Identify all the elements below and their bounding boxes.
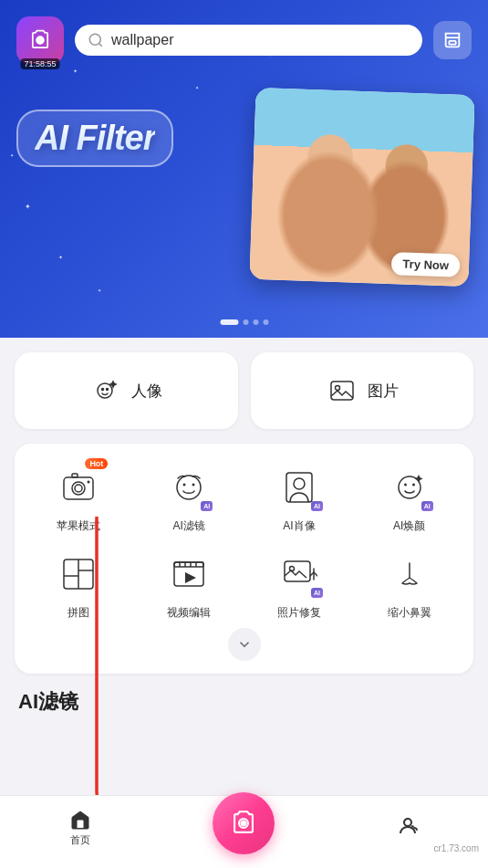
ai-filter-section-label: AI滤镜 [15,688,473,716]
svg-point-7 [107,389,109,391]
hero-photo-card[interactable]: Try Now [249,88,474,287]
try-now-button[interactable]: Try Now [391,252,460,277]
ai-filter-icon-wrap: AI [163,462,214,513]
svg-point-3 [89,34,100,45]
svg-rect-34 [285,561,310,581]
collage-icon [60,556,97,592]
collage-label: 拼图 [67,605,89,621]
svg-point-15 [177,476,201,499]
ai-face-enhance-icon-wrap: AI [384,462,435,513]
face-enhance-icon [391,469,428,506]
camera-logo-icon [27,27,53,53]
svg-point-14 [88,481,90,484]
search-bar[interactable]: wallpaper [75,25,422,56]
camera-apple-icon [60,469,97,506]
portrait-icon [281,469,317,506]
dot-4[interactable] [263,319,268,325]
svg-point-16 [183,484,186,486]
nav-home[interactable]: 首页 [53,809,108,847]
search-input-text: wallpaper [111,32,410,48]
svg-point-2 [38,38,42,42]
main-content: 人像 图片 [0,338,488,821]
hot-badge: Hot [85,458,108,469]
search-icon [88,32,104,48]
quick-card-portrait[interactable]: 人像 [15,352,238,429]
portrait-label: 人像 [131,381,162,402]
feature-collage[interactable]: 拼图 [24,549,134,621]
bottom-navigation: 首页 [0,795,488,868]
nose-icon-wrap [384,549,435,600]
svg-point-9 [335,386,339,391]
dot-3[interactable] [253,319,258,325]
photo-fix-label: 照片修复 [277,605,321,621]
nose-reshape-icon [391,556,428,592]
svg-marker-33 [185,572,196,583]
ai-portrait-icon-wrap: AI [274,462,325,513]
video-edit-label: 视频编辑 [167,605,211,621]
svg-point-5 [98,383,112,398]
ai-badge-portrait: AI [311,501,323,511]
svg-point-6 [102,389,104,391]
svg-point-11 [72,482,85,495]
ai-badge-filter: AI [201,501,213,511]
svg-point-17 [192,484,195,486]
feature-ai-face-enhance[interactable]: AI AI焕颜 [354,462,464,534]
quick-access-row: 人像 图片 [15,352,473,429]
dot-1[interactable] [220,319,238,325]
video-edit-icon-wrap [163,549,214,600]
expand-row [24,621,464,664]
image-icon [327,376,357,405]
svg-rect-4 [449,41,455,45]
face-sparkle-icon [91,376,120,405]
app-icon[interactable]: 71:58:55 [16,16,64,64]
ai-badge-photo-fix: AI [311,588,323,598]
ai-portrait-label: AI肖像 [283,518,315,534]
top-bar: 71:58:55 wallpaper [0,0,488,64]
svg-point-19 [294,478,305,489]
collage-icon-wrap [53,549,104,600]
quick-card-photo[interactable]: 图片 [251,352,474,429]
expand-button[interactable] [228,628,261,661]
section-title: AI滤镜 [15,690,82,720]
portrait-quick-icon [89,374,122,407]
ai-filter-label: AI Filter [35,119,155,157]
apple-mode-icon-wrap: Hot [53,462,104,513]
ai-badge-face-enhance: AI [421,501,433,511]
svg-rect-8 [331,382,353,400]
nav-camera-center[interactable] [213,792,275,854]
camera-center-icon [228,808,259,839]
feature-apple-mode[interactable]: Hot 苹果模式 [24,462,134,534]
nose-label: 缩小鼻翼 [388,605,431,621]
photo-label: 图片 [368,381,399,402]
ai-face-enhance-label: AI焕颜 [393,518,425,534]
feature-photo-fix[interactable]: AI 照片修复 [244,549,355,621]
message-icon-btn[interactable] [433,21,472,59]
feature-nose[interactable]: 缩小鼻翼 [354,549,464,621]
hero-content: AI Filter Try Now [0,64,488,283]
ai-filter-label: AI滤镜 [172,518,204,534]
chevron-down-icon [236,636,253,653]
home-icon [69,809,91,831]
svg-point-22 [412,484,415,486]
svg-point-39 [404,819,411,826]
home-nav-label: 首页 [70,833,90,847]
feature-grid: Hot 苹果模式 AI AI滤镜 [24,462,464,621]
feature-ai-filter[interactable]: AI AI滤镜 [134,462,244,534]
apple-mode-label: 苹果模式 [57,518,100,534]
dot-2[interactable] [243,319,248,325]
photo-fix-icon-wrap: AI [274,549,325,600]
nav-profile[interactable] [380,815,435,840]
feature-grid-card: Hot 苹果模式 AI AI滤镜 [15,444,473,674]
timer-badge: 71:58:55 [20,58,59,69]
svg-rect-28 [174,562,203,567]
svg-point-21 [404,484,407,486]
feature-video-edit[interactable]: 视频编辑 [134,549,244,621]
photo-quick-icon [326,374,358,407]
profile-icon [397,815,419,837]
watermark: cr1.73.com [434,843,479,853]
feature-ai-portrait[interactable]: AI AI肖像 [244,462,355,534]
hero-banner: ✦ ✦ ✦ ✦ ✦ ✦ ✦ ✦ ✦ ✦ ✦ ✦ ✦ 71:58:55 [0,0,488,338]
svg-point-12 [75,485,82,492]
carousel-dots [220,319,268,325]
inbox-icon [442,30,462,50]
